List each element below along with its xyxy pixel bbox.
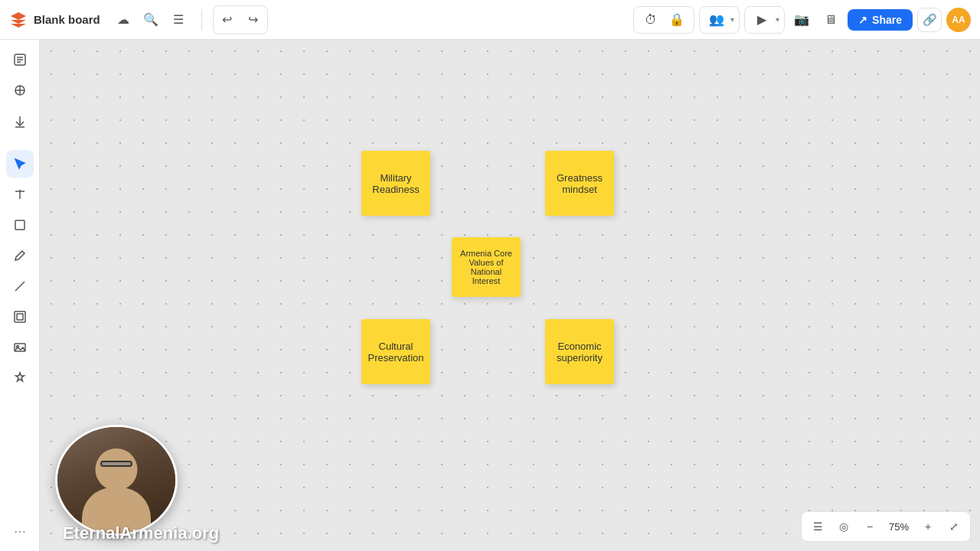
link-button[interactable]: 🔗 bbox=[917, 8, 942, 32]
sidebar-select[interactable] bbox=[6, 150, 34, 178]
share-label: Share bbox=[872, 14, 902, 26]
sticky-armenia-core[interactable]: Armenia Core Values of National Interest bbox=[452, 237, 521, 297]
menu-button[interactable]: ☰ bbox=[166, 8, 191, 32]
sidebar-shapes[interactable] bbox=[6, 211, 34, 239]
zoom-level: 75% bbox=[884, 521, 913, 533]
svg-rect-11 bbox=[15, 220, 24, 230]
logo-icon bbox=[9, 11, 28, 29]
bottom-toolbar: ☰ ◎ − 75% + ⤢ bbox=[801, 511, 971, 542]
avatar[interactable]: AA bbox=[946, 8, 971, 32]
main-area: ⋯ Military Readiness Greatness mindset A… bbox=[0, 40, 980, 551]
sticky-military-readiness-text: Military Readiness bbox=[370, 172, 422, 195]
sidebar-text[interactable] bbox=[6, 181, 34, 208]
logo-area[interactable]: Blank board bbox=[9, 11, 100, 29]
save-cloud-button[interactable]: ☁ bbox=[111, 8, 136, 32]
top-bar-right: ⏱ 🔒 👥 ▾ ▶ ▾ 📷 🖥 ↗ Share 🔗 AA bbox=[633, 6, 971, 34]
theme-button[interactable]: ◎ bbox=[832, 515, 855, 538]
sidebar-image[interactable] bbox=[6, 334, 34, 361]
svg-line-12 bbox=[15, 282, 24, 291]
sticky-armenia-core-text: Armenia Core Values of National Interest bbox=[460, 249, 512, 285]
collab-dropdown-arrow: ▾ bbox=[730, 15, 734, 24]
timer-icon[interactable]: ⏱ bbox=[639, 8, 663, 32]
sticky-greatness-mindset-text: Greatness mindset bbox=[554, 172, 606, 195]
top-bar-tools-left: ☁ 🔍 ☰ bbox=[111, 8, 191, 32]
lock-icon[interactable]: 🔒 bbox=[665, 8, 689, 32]
sidebar-templates[interactable] bbox=[6, 77, 34, 104]
sticky-cultural-preservation[interactable]: Cultural Preservation bbox=[361, 319, 430, 384]
divider bbox=[201, 9, 202, 31]
list-view-button[interactable]: ☰ bbox=[806, 515, 829, 538]
zoom-in-button[interactable]: + bbox=[916, 515, 939, 538]
sidebar-import[interactable] bbox=[6, 107, 34, 135]
undo-button[interactable]: ↩ bbox=[215, 8, 240, 32]
present-group: ▶ ▾ bbox=[744, 6, 785, 34]
person-body bbox=[82, 487, 151, 533]
zoom-out-button[interactable]: − bbox=[858, 515, 881, 538]
svg-rect-13 bbox=[15, 311, 25, 322]
sticky-military-readiness[interactable]: Military Readiness bbox=[361, 151, 430, 216]
sidebar-frame[interactable] bbox=[6, 303, 34, 331]
webcam-feed bbox=[57, 427, 175, 533]
screen-share-icon[interactable]: 🖥 bbox=[818, 8, 843, 32]
video-icon[interactable]: 📷 bbox=[789, 8, 814, 32]
svg-rect-14 bbox=[17, 314, 23, 320]
person-head bbox=[96, 448, 138, 491]
board-title: Blank board bbox=[34, 13, 100, 26]
sticky-economic-superiority[interactable]: Economic superiority bbox=[545, 319, 614, 384]
sidebar-pages[interactable] bbox=[6, 46, 34, 73]
webcam-overlay bbox=[55, 425, 178, 536]
redo-button[interactable]: ↪ bbox=[241, 8, 266, 32]
present-icon[interactable]: ▶ bbox=[750, 8, 774, 32]
sidebar: ⋯ bbox=[0, 40, 40, 551]
collab-group: 👥 ▾ bbox=[699, 6, 740, 34]
undo-redo-group: ↩ ↪ bbox=[213, 5, 268, 34]
sticky-greatness-mindset[interactable]: Greatness mindset bbox=[545, 151, 614, 216]
sticky-cultural-preservation-text: Cultural Preservation bbox=[368, 341, 424, 364]
share-arrow-icon: ↗ bbox=[858, 14, 867, 26]
present-dropdown-arrow: ▾ bbox=[776, 15, 779, 24]
people-icon[interactable]: 👥 bbox=[704, 8, 729, 32]
sticky-economic-superiority-text: Economic superiority bbox=[554, 341, 606, 364]
timer-group: ⏱ 🔒 bbox=[633, 6, 694, 34]
canvas[interactable]: Military Readiness Greatness mindset Arm… bbox=[40, 40, 980, 551]
search-button[interactable]: 🔍 bbox=[139, 8, 163, 32]
top-bar: Blank board ☁ 🔍 ☰ ↩ ↪ ⏱ 🔒 👥 ▾ ▶ ▾ 📷 🖥 ↗ … bbox=[0, 0, 980, 40]
sidebar-effects[interactable] bbox=[6, 364, 34, 392]
share-button[interactable]: ↗ Share bbox=[848, 9, 913, 31]
sidebar-line[interactable] bbox=[6, 272, 34, 300]
fit-screen-button[interactable]: ⤢ bbox=[942, 515, 965, 538]
sidebar-more[interactable]: ⋯ bbox=[6, 517, 34, 545]
sidebar-pen[interactable] bbox=[6, 242, 34, 269]
